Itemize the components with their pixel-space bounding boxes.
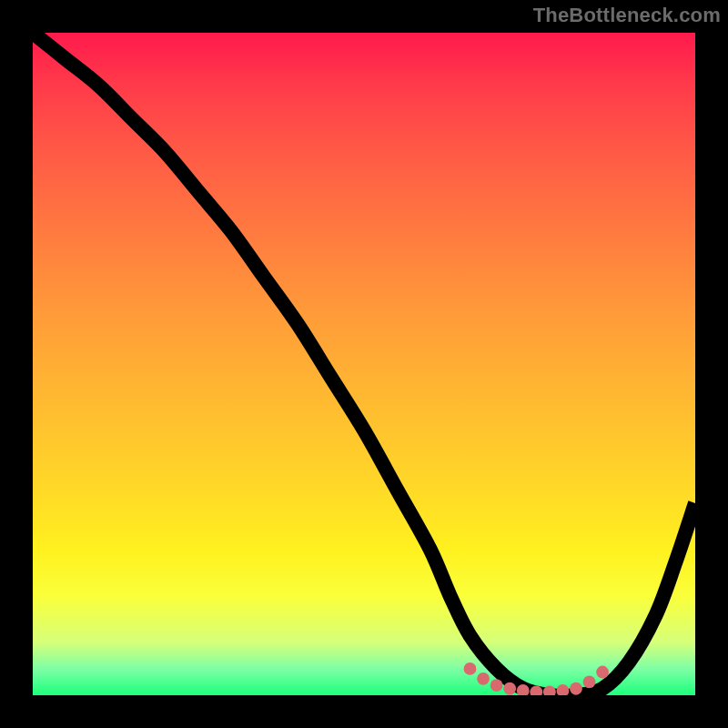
valley-dot xyxy=(596,666,609,679)
bottleneck-curve xyxy=(33,33,695,695)
valley-dot xyxy=(464,662,477,675)
valley-dot xyxy=(583,676,596,689)
plot-area xyxy=(33,33,695,695)
valley-dot xyxy=(477,672,490,685)
valley-dot xyxy=(556,684,569,695)
watermark-text: TheBottleneck.com xyxy=(533,4,721,27)
valley-dot xyxy=(503,682,516,695)
valley-dot xyxy=(490,679,503,692)
chart-frame: TheBottleneck.com xyxy=(0,0,728,728)
chart-svg xyxy=(33,33,695,695)
valley-dot xyxy=(570,682,582,695)
valley-dot xyxy=(543,685,556,695)
